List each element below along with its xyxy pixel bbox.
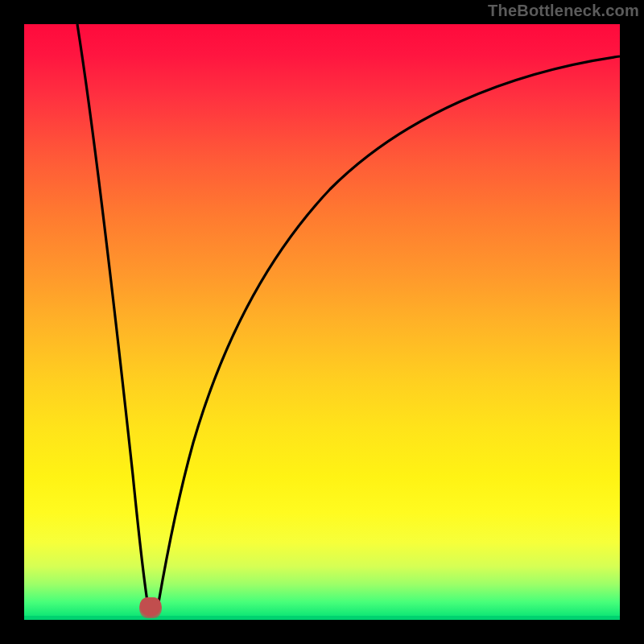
chart-frame: TheBottleneck.com bbox=[0, 0, 644, 644]
source-watermark: TheBottleneck.com bbox=[488, 2, 639, 20]
dip-marker-icon bbox=[139, 597, 162, 618]
plot-area bbox=[24, 24, 620, 620]
curve-layer bbox=[24, 24, 620, 620]
left-branch-curve bbox=[77, 24, 149, 612]
right-branch-curve bbox=[157, 56, 620, 612]
